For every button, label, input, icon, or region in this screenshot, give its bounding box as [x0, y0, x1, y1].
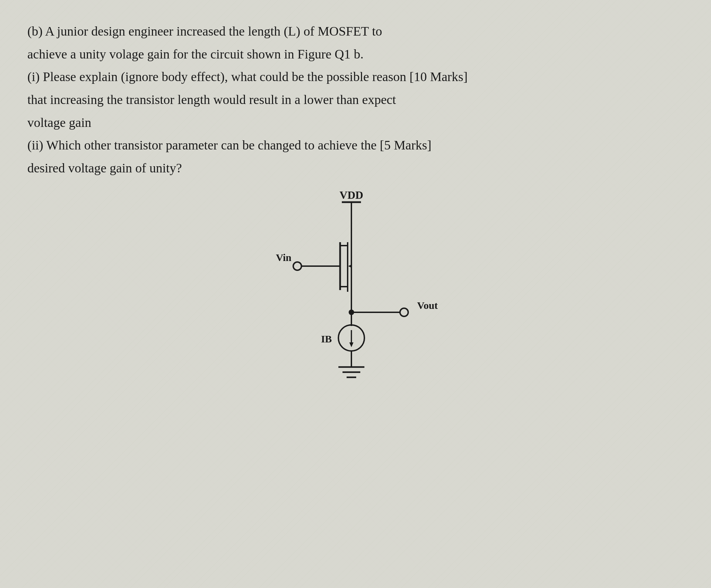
- line-i: (i) Please explain (ignore body effect),…: [27, 66, 677, 88]
- circuit-diagram: VDD: [27, 189, 684, 388]
- svg-point-14: [400, 308, 408, 316]
- ib-label: IB: [321, 333, 332, 344]
- svg-marker-18: [349, 342, 353, 347]
- svg-point-10: [293, 262, 301, 270]
- line-b: (b) A junior design engineer increased t…: [27, 21, 677, 42]
- circuit-svg: VDD: [267, 189, 444, 388]
- line-i3: voltage gain: [27, 112, 677, 133]
- vout-label: Vout: [417, 300, 438, 311]
- svg-marker-8: [349, 264, 351, 268]
- vdd-label: VDD: [339, 189, 363, 201]
- line-ii2: desired voltage gain of unity?: [27, 157, 677, 179]
- line-b2: achieve a unity volage gain for the circ…: [27, 43, 677, 65]
- line-i2: that increasing the transistor length wo…: [27, 89, 677, 110]
- line-ii: (ii) Which other transistor parameter ca…: [27, 134, 677, 156]
- page-content: (b) A junior design engineer increased t…: [0, 0, 711, 401]
- vin-label: Vin: [276, 252, 292, 263]
- question-text: (b) A junior design engineer increased t…: [27, 21, 677, 179]
